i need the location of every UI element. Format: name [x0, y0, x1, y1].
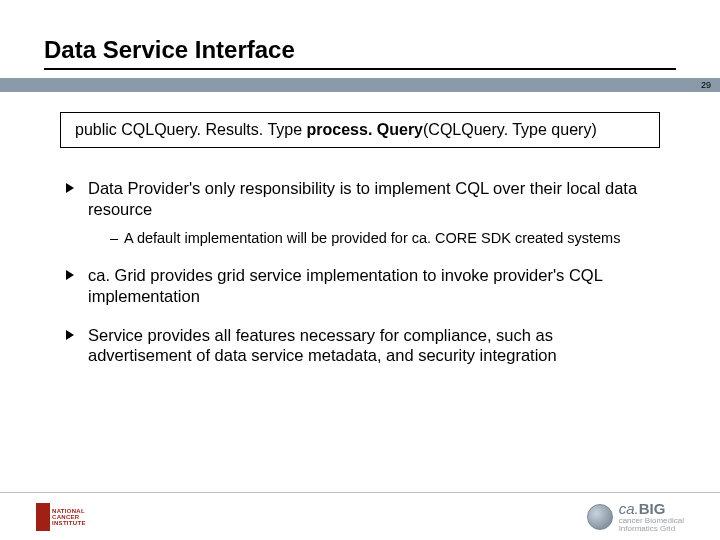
cabig-prefix: ca. — [619, 500, 639, 517]
globe-icon — [587, 504, 613, 530]
sub-bullet-1-1: A default implementation will be provide… — [110, 229, 660, 247]
nci-line-3: INSTITUTE — [52, 520, 86, 526]
code-signature-box: public CQLQuery. Results. Type process. … — [60, 112, 660, 148]
nci-logo-icon — [36, 503, 50, 531]
cabig-sub-2: Informatics Grid — [619, 525, 684, 533]
bullet-item-3: Service provides all features necessary … — [66, 325, 660, 366]
sub-bullet-list-1: A default implementation will be provide… — [88, 229, 660, 247]
divider-bar: 29 — [0, 78, 720, 92]
cabig-text: ca.BIG cancer Biomedical Informatics Gri… — [619, 500, 684, 534]
code-suffix: (CQLQuery. Type query) — [423, 121, 597, 138]
bullet-item-2: ca. Grid provides grid service implement… — [66, 265, 660, 306]
code-prefix: public CQLQuery. Results. Type — [75, 121, 307, 138]
code-method-name: process. Query — [307, 121, 424, 138]
divider-bar-left — [0, 78, 692, 92]
bullet-1-text: Data Provider's only responsibility is t… — [88, 179, 637, 218]
bullet-list: Data Provider's only responsibility is t… — [60, 178, 660, 366]
cabig-big: BIG — [639, 500, 666, 517]
bullet-item-1: Data Provider's only responsibility is t… — [66, 178, 660, 247]
cabig-logo: ca.BIG cancer Biomedical Informatics Gri… — [587, 500, 684, 534]
footer: NATIONAL CANCER INSTITUTE ca.BIG cancer … — [0, 492, 720, 540]
nci-logo-text: NATIONAL CANCER INSTITUTE — [52, 508, 86, 526]
cabig-main-text: ca.BIG — [619, 500, 684, 517]
page-number: 29 — [692, 78, 720, 92]
slide: Data Service Interface 29 public CQLQuer… — [0, 0, 720, 540]
slide-title: Data Service Interface — [44, 36, 676, 70]
nci-logo: NATIONAL CANCER INSTITUTE — [36, 503, 86, 531]
content-area: public CQLQuery. Results. Type process. … — [0, 92, 720, 366]
title-area: Data Service Interface — [0, 0, 720, 76]
